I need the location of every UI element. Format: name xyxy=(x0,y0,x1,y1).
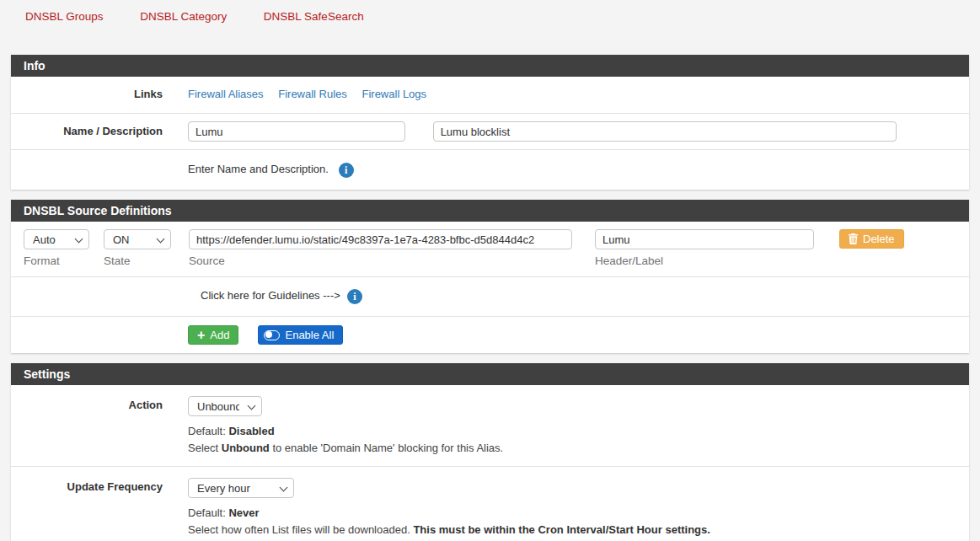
update-frequency-row: Update Frequency Every hour Default: Nev… xyxy=(11,466,969,541)
add-button-label: Add xyxy=(210,329,229,340)
format-select-wrap: Auto xyxy=(24,229,89,249)
links-label: Links xyxy=(11,77,163,100)
name-input[interactable] xyxy=(188,121,405,142)
settings-panel-title: Settings xyxy=(11,363,969,385)
description-input[interactable] xyxy=(433,121,897,142)
action-label: Action xyxy=(11,385,163,411)
action-row: Action Unbound Default: Disabled Select … xyxy=(11,385,969,466)
info-panel: Info Links Firewall Aliases Firewall Rul… xyxy=(11,55,969,190)
source-url-input[interactable] xyxy=(189,229,572,249)
state-select[interactable]: ON xyxy=(104,229,171,249)
add-button[interactable]: + Add xyxy=(188,325,238,345)
header-label-label: Header/Label xyxy=(595,249,814,267)
delete-button[interactable]: Delete xyxy=(839,229,904,249)
enable-all-button[interactable]: Enable All xyxy=(258,325,343,345)
update-frequency-default-text: Default: Never xyxy=(188,506,969,521)
guidelines-text: Click here for Guidelines ---> xyxy=(201,289,340,302)
plus-icon: + xyxy=(197,329,205,341)
links-row: Links Firewall Aliases Firewall Rules Fi… xyxy=(11,77,969,113)
action-select-wrap: Unbound xyxy=(188,396,262,416)
tab-bar: DNSBL Groups DNSBL Category DNSBL SafeSe… xyxy=(11,10,969,23)
trash-icon xyxy=(849,233,858,244)
guidelines-info-icon[interactable]: i xyxy=(347,289,362,304)
format-select[interactable]: Auto xyxy=(24,229,89,249)
action-select[interactable]: Unbound xyxy=(188,396,262,416)
tab-dnsbl-category[interactable]: DNSBL Category xyxy=(140,10,227,23)
state-select-wrap: ON xyxy=(104,229,171,249)
enable-all-button-label: Enable All xyxy=(285,329,334,340)
dnsbl-source-panel-title: DNSBL Source Definitions xyxy=(11,200,969,222)
firewall-aliases-link[interactable]: Firewall Aliases xyxy=(188,88,264,100)
update-frequency-select-wrap: Every hour xyxy=(188,478,294,498)
action-default-text: Default: Disabled xyxy=(188,424,969,439)
action-help-text: Select Unbound to enable 'Domain Name' b… xyxy=(188,441,969,456)
update-frequency-select[interactable]: Every hour xyxy=(188,478,294,498)
toggle-icon xyxy=(264,330,280,340)
firewall-logs-link[interactable]: Firewall Logs xyxy=(361,88,426,100)
source-definition-row: Auto Format ON State Source Heade xyxy=(11,222,969,276)
guidelines-row: Click here for Guidelines ---> i xyxy=(11,276,969,316)
firewall-rules-link[interactable]: Firewall Rules xyxy=(278,88,347,100)
source-label: Source xyxy=(189,249,572,267)
info-icon[interactable]: i xyxy=(339,163,354,178)
source-buttons-row: + Add Enable All xyxy=(11,316,969,353)
update-frequency-label: Update Frequency xyxy=(11,467,163,493)
info-panel-title: Info xyxy=(11,55,969,77)
page: DNSBL Groups DNSBL Category DNSBL SafeSe… xyxy=(0,0,980,541)
settings-panel: Settings Action Unbound Default: Disable… xyxy=(11,363,969,541)
header-label-input[interactable] xyxy=(595,229,814,249)
update-frequency-help-text: Select how often List files will be down… xyxy=(188,522,969,538)
name-description-help-text: Enter Name and Description. xyxy=(188,163,329,175)
tab-dnsbl-groups[interactable]: DNSBL Groups xyxy=(25,10,104,23)
name-description-label: Name / Description xyxy=(11,114,163,137)
name-description-row: Name / Description xyxy=(11,113,969,149)
info-help-row: Enter Name and Description. i xyxy=(11,149,969,190)
tab-dnsbl-safesearch[interactable]: DNSBL SafeSearch xyxy=(264,10,364,23)
dnsbl-source-panel: DNSBL Source Definitions Auto Format ON … xyxy=(11,200,969,353)
delete-button-label: Delete xyxy=(863,233,895,244)
format-label: Format xyxy=(24,249,89,267)
state-label: State xyxy=(104,249,171,267)
